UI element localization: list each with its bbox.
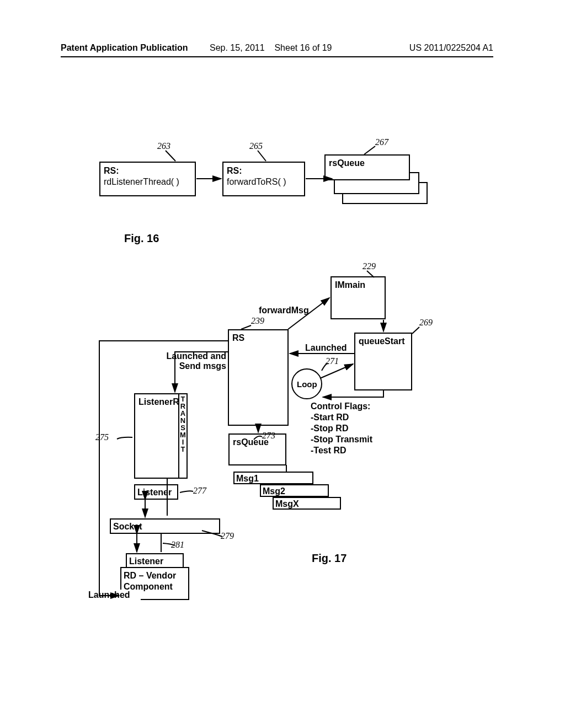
- fig17-launched-label: Launched: [305, 342, 347, 353]
- svg-line-7: [412, 327, 419, 334]
- fig17-launched2-wrap: Launched: [88, 590, 141, 603]
- fig17-box-listener1: Listener: [134, 484, 178, 500]
- fig17-rs-label: RS: [232, 333, 244, 343]
- fig17-box-rsqueue: rsQueue: [228, 433, 286, 465]
- fig17-rd-l1: RD – Vendor: [124, 570, 176, 581]
- fig17-box-listener2: Listener: [126, 553, 184, 569]
- fig16-ref-263: 263: [157, 141, 170, 151]
- fig17-box-immain: IMmain: [331, 276, 386, 319]
- fig17-ref-239: 239: [251, 315, 264, 326]
- header-pubno: US 2011/0225204 A1: [409, 43, 493, 53]
- svg-line-0: [166, 151, 175, 161]
- fig17-ctrl-title: Control Flags:: [311, 401, 370, 411]
- page: Patent Application Publication Sep. 15, …: [0, 0, 565, 728]
- fig16-box3-label: rsQueue: [329, 158, 365, 168]
- fig17-ref-279: 279: [221, 531, 234, 541]
- fig17-ref-273: 273: [262, 430, 275, 441]
- fig17-ctrl-4: -Test RD: [311, 445, 347, 456]
- fig16-box2-line1: RS:: [227, 165, 242, 176]
- page-header: Patent Application Publication Sep. 15, …: [61, 44, 493, 57]
- fig17-immain-label: IMmain: [335, 280, 365, 290]
- header-date: Sep. 15, 2011: [210, 43, 265, 52]
- fig17-launchedsend-l2: Send msgs: [164, 361, 226, 371]
- fig17-ctrl-1: -Start RD: [311, 412, 349, 422]
- fig16-box-rs-listener-thread: RS: rdListenerThread( ): [99, 162, 196, 196]
- fig16-box1-line2: rdListenerThread( ): [104, 176, 179, 187]
- fig17-caption: Fig. 17: [312, 552, 347, 565]
- fig17-box-queuestart: queueStart: [354, 333, 412, 390]
- fig17-transmit-label: TRANSMIT: [179, 395, 187, 452]
- fig16-box-rs-forward: RS: forwardToRS( ): [222, 162, 305, 196]
- fig17-msgx-label: MsgX: [275, 499, 299, 509]
- fig17-box-msgx: MsgX: [273, 497, 341, 510]
- fig16-caption: Fig. 16: [124, 232, 159, 245]
- fig17-box-msg2: Msg2: [260, 484, 329, 497]
- fig17-ctrl-3: -Stop Transmit: [311, 434, 372, 445]
- fig17-ref-229: 229: [363, 261, 376, 271]
- fig17-socket-label: Socket: [113, 521, 142, 532]
- fig17-box-rs: RS: [228, 329, 289, 426]
- svg-line-6: [241, 325, 251, 329]
- header-sheet: Sheet 16 of 19: [274, 43, 332, 52]
- fig17-ref-281: 281: [171, 539, 184, 550]
- fig17-msg1-label: Msg1: [236, 473, 259, 484]
- fig17-launched2-label: Launched: [88, 590, 130, 600]
- fig16-box-rsqueue: rsQueue: [324, 154, 410, 180]
- fig17-launchedsend-l1: Launched and: [164, 351, 226, 361]
- fig16-ref-267: 267: [375, 137, 388, 147]
- fig17-ctrl-2: -Stop RD: [311, 423, 348, 433]
- fig16-box1-line1: RS:: [104, 165, 119, 176]
- fig17-ref-277: 277: [193, 485, 206, 496]
- svg-text:Loop: Loop: [297, 379, 317, 389]
- fig17-ref-271: 271: [326, 356, 339, 366]
- fig17-forwardmsg-label: forwardMsg: [259, 305, 309, 315]
- fig16-box2-line2: forwardToRS( ): [227, 176, 286, 187]
- fig17-box-msg1: Msg1: [233, 472, 313, 484]
- fig17-listener2-label: Listener: [129, 556, 163, 566]
- header-left: Patent Application Publication: [61, 43, 188, 53]
- svg-line-2: [364, 146, 375, 154]
- fig17-ref-269: 269: [419, 317, 433, 328]
- fig17-listener1-label: Listener: [137, 487, 172, 497]
- svg-line-1: [258, 151, 266, 161]
- fig17-queuestart-label: queueStart: [359, 336, 405, 346]
- header-center: Sep. 15, 2011 Sheet 16 of 19: [210, 43, 332, 53]
- fig16-ref-265: 265: [249, 141, 263, 151]
- fig17-msg2-label: Msg2: [263, 486, 285, 496]
- fig17-ref-275: 275: [95, 432, 109, 442]
- svg-point-11: [292, 369, 322, 399]
- fig17-box-socket: Socket: [110, 518, 220, 534]
